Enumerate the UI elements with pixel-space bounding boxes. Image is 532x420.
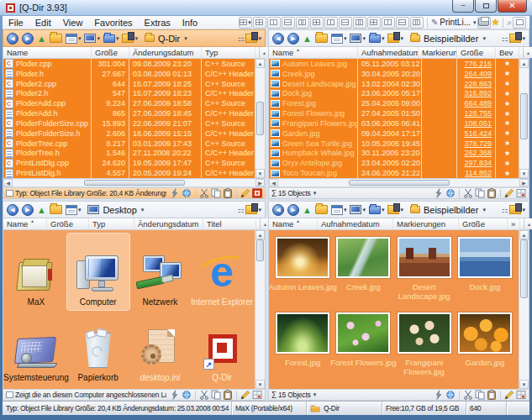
favorites-star-icon[interactable]: ★ [492, 17, 500, 28]
thumbnail-item[interactable]: Creek.jpg [333, 237, 393, 312]
forward-icon[interactable]: ▶ [22, 204, 34, 216]
up-icon[interactable]: ▲ [37, 34, 46, 44]
clipboard-icon[interactable]: ▾ [122, 34, 138, 43]
folders-icon[interactable]: ▾ [369, 206, 385, 214]
thumbnail-item[interactable]: Dock.jpg [455, 237, 515, 312]
file-row[interactable]: PloderTree.cpp8.21703.01.2009 17:43C++ S… [3, 139, 255, 149]
column-header-aufnahmedatum[interactable]: Aufnahmedatum [318, 218, 393, 229]
up-icon[interactable]: ▲ [303, 205, 312, 215]
desktop-item-computer[interactable]: Computer [67, 234, 129, 310]
copy-icon[interactable] [475, 188, 485, 198]
desktop-item-max[interactable]: MaX [5, 234, 67, 310]
layout-preset-button[interactable] [267, 17, 281, 29]
panes-icon[interactable] [516, 188, 526, 198]
refresh-icon[interactable] [445, 188, 456, 198]
file-row[interactable]: Desert Landscape.jpg13.02.2004 02:30228.… [269, 79, 519, 89]
cut-icon[interactable] [199, 390, 209, 400]
scroll-up-button[interactable]: ▲ [255, 230, 265, 239]
scroll-down-button[interactable]: ▼ [255, 169, 265, 178]
file-row[interactable]: Humpback Whale.jpg30.11.2005 23:20262.36… [269, 148, 519, 158]
print-list-button[interactable]: ✎PrintLi...▾ [431, 18, 477, 27]
minimize-button[interactable]: – [452, 0, 474, 13]
scrollbar-thumb[interactable] [256, 102, 264, 135]
scroll-corner-button[interactable]: ▴ [524, 218, 532, 229]
desktop-item-systemsteuerung[interactable]: Systemsteuerung [5, 310, 67, 386]
paste-icon[interactable] [487, 188, 497, 198]
menu-item-view[interactable]: View [57, 18, 89, 28]
clipboard-icon[interactable]: ▾ [245, 205, 261, 214]
desktop-item-desktopini[interactable]: desktop.ini [129, 310, 192, 386]
file-row[interactable]: Garden.jpg09.04.2004 17:17516.424★ [269, 129, 519, 139]
cut-icon[interactable] [463, 188, 473, 198]
folder-icon[interactable] [50, 205, 62, 214]
file-row[interactable]: Autumn Leaves.jpg05.11.2005 03:12776.216… [269, 59, 519, 69]
scrollbar-thumb[interactable] [349, 180, 450, 186]
file-row[interactable]: Creek.jpg30.04.2005 20:20264.409★ [269, 69, 519, 79]
cut-icon[interactable] [199, 188, 209, 198]
folder-icon[interactable] [50, 34, 62, 43]
panes-icon[interactable] [516, 390, 526, 400]
screen-icon[interactable]: ▾ [350, 34, 366, 43]
file-row[interactable]: Toco Toucan.jpg24.06.2005 21:22114.852★ [269, 168, 519, 178]
marked-folder-icon[interactable]: ▾ [387, 34, 403, 43]
views-icon[interactable]: ▾ [331, 205, 347, 215]
column-header-[interactable]: » [508, 218, 520, 229]
column-header-typ[interactable]: Typ [202, 47, 255, 58]
horizontal-scrollbar[interactable]: ◀▶ [268, 178, 529, 187]
scroll-right-button[interactable]: ▶ [519, 179, 529, 186]
file-row[interactable]: PloderTree.h1.54627.11.2008 20:22C/C++ H… [3, 148, 255, 158]
column-header-nderungsdatum[interactable]: Änderungsdatum [134, 218, 203, 229]
layout-preset-button[interactable] [282, 17, 295, 29]
column-header-bev[interactable]: Bev [496, 47, 519, 58]
thumbnail-item[interactable]: Garden.jpg [455, 312, 515, 388]
column-header-gre[interactable]: Größe [457, 47, 496, 58]
refresh-icon[interactable] [182, 390, 192, 400]
forward-icon[interactable]: ▶ [22, 33, 34, 45]
file-row[interactable]: Dock.jpg23.06.2005 05:17316.892★ [269, 88, 519, 98]
folders-icon[interactable]: ▾ [369, 34, 385, 43]
layout-preset-button[interactable] [353, 17, 366, 29]
layout-preset-button[interactable] [310, 17, 324, 29]
panes-icon[interactable] [252, 188, 262, 198]
clipboard-icon[interactable]: ▾ [245, 34, 261, 43]
window-icon-button[interactable] [513, 17, 526, 29]
filter-icon[interactable] [434, 188, 444, 198]
menu-item-file[interactable]: File [3, 18, 29, 28]
menu-item-extras[interactable]: Extras [139, 18, 176, 28]
maximize-button[interactable] [475, 0, 497, 13]
column-header-gre[interactable]: Größe [459, 218, 508, 229]
vertical-scrollbar[interactable]: ▲▼ [519, 59, 529, 178]
layout-selector-button[interactable]: ▾ [239, 17, 252, 29]
rename-icon[interactable] [240, 390, 250, 400]
back-icon[interactable]: ◀ [7, 204, 18, 216]
views-icon[interactable]: ▾ [66, 205, 82, 215]
paste-icon[interactable] [223, 390, 233, 400]
scroll-up-button[interactable]: ▲ [519, 230, 529, 239]
back-icon[interactable]: ◀ [7, 33, 18, 45]
screen-icon[interactable]: ▾ [350, 205, 366, 214]
scrollbar-thumb[interactable] [84, 180, 185, 186]
scrollbar-thumb[interactable] [256, 239, 264, 261]
menu-item-edit[interactable]: Edit [29, 18, 57, 28]
column-header-aufnahmedatum[interactable]: Aufnahmedatum [358, 47, 419, 58]
scroll-left-button[interactable]: ◀ [269, 179, 278, 186]
menu-item-favorites[interactable]: Favorites [88, 18, 138, 28]
column-header-name[interactable]: Name [3, 47, 92, 58]
rename-icon[interactable] [504, 390, 514, 400]
file-row[interactable]: Ploder.cpp301.00409.08.2009 23:20C++ Sou… [3, 59, 255, 69]
back-icon[interactable]: ◀ [272, 33, 284, 45]
column-header-markierun[interactable]: Markierun... [419, 47, 457, 58]
thumbnail-item[interactable]: Desert Landscape.jpg [394, 237, 455, 312]
back-icon[interactable]: ◀ [272, 204, 284, 216]
column-header-markierungen[interactable]: Markierungen [393, 218, 459, 229]
desktop-item-internetexplorer[interactable]: eInternet Explorer [191, 234, 253, 310]
split-icon[interactable]: ⚏ [501, 206, 508, 214]
thumbnail-item[interactable]: Forest.jpg [272, 312, 333, 388]
layout-preset-button[interactable] [253, 17, 266, 29]
file-row[interactable]: Green Sea Turtle.jpg10.05.2005 19:45378.… [269, 139, 519, 149]
column-header-name[interactable]: Name▴ [269, 218, 318, 229]
column-header-nderungsdatum[interactable]: Änderungsdatum [129, 47, 202, 58]
printer-button[interactable] [477, 17, 491, 29]
file-row[interactable]: Ploder.h27.66703.08.2009 01:13C/C++ Head… [3, 69, 255, 79]
scroll-corner-button[interactable]: ▴ [523, 47, 532, 58]
